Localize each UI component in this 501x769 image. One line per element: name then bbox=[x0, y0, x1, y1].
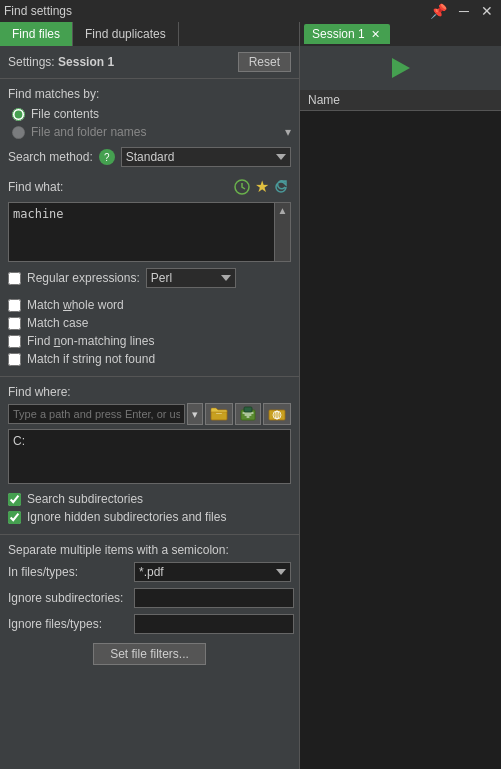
ignore-subdirs-input[interactable] bbox=[134, 588, 294, 608]
search-method-row: Search method: ? Standard Fast Thorough bbox=[0, 143, 299, 171]
settings-label: Settings: Session 1 bbox=[8, 55, 114, 69]
reset-button[interactable]: Reset bbox=[238, 52, 291, 72]
find-matches-label: Find matches by: bbox=[8, 87, 291, 101]
star-icon: ★ bbox=[255, 177, 269, 196]
checkbox-match-whole-word[interactable]: Match whole word bbox=[0, 296, 299, 314]
paths-list: C: bbox=[8, 429, 291, 484]
path-folder-btn[interactable] bbox=[205, 403, 233, 425]
checkbox-find-non-matching[interactable]: Find non-matching lines bbox=[0, 332, 299, 350]
separator-label: Separate multiple items with a semicolon… bbox=[0, 539, 299, 559]
scroll-up-icon: ▲ bbox=[278, 205, 288, 216]
help-button[interactable]: ? bbox=[99, 149, 115, 165]
svg-rect-4 bbox=[244, 407, 252, 412]
regex-checkbox[interactable] bbox=[8, 272, 21, 285]
search-method-label: Search method: bbox=[8, 150, 93, 164]
radio-file-folder-names[interactable]: File and folder names ▾ bbox=[12, 125, 291, 139]
history-button[interactable] bbox=[231, 176, 253, 198]
minimize-button[interactable]: ─ bbox=[455, 4, 473, 18]
play-area bbox=[300, 46, 501, 90]
clock-icon bbox=[233, 178, 251, 196]
in-files-select[interactable]: *.pdf bbox=[134, 562, 291, 582]
set-filters-button[interactable]: Set file filters... bbox=[93, 643, 206, 665]
filter-row-in-files: In files/types: *.pdf bbox=[0, 559, 299, 585]
find-matches-section: Find matches by: File contents File and … bbox=[0, 79, 299, 143]
radio-file-contents[interactable]: File contents bbox=[12, 107, 291, 121]
find-where-label: Find where: bbox=[8, 385, 71, 399]
filter-row-ignore-files: Ignore files/types: bbox=[0, 611, 299, 637]
left-panel: Find files Find duplicates Settings: Ses… bbox=[0, 22, 300, 769]
favorites-button[interactable]: ★ bbox=[253, 175, 271, 198]
session-tab-label: Session 1 bbox=[312, 27, 365, 41]
file-contents-label: File contents bbox=[31, 107, 99, 121]
path-filter-btn[interactable] bbox=[235, 403, 261, 425]
ignore-files-input[interactable] bbox=[134, 614, 294, 634]
network-icon bbox=[268, 406, 286, 422]
search-options-section: Search subdirectories Ignore hidden subd… bbox=[0, 486, 299, 530]
tab-find-files[interactable]: Find files bbox=[0, 22, 73, 46]
path-network-btn[interactable] bbox=[263, 403, 291, 425]
title-bar-controls: 📌 ─ ✕ bbox=[426, 4, 497, 18]
session-tab-bar: Session 1 ✕ bbox=[300, 22, 501, 46]
results-header: Name bbox=[300, 90, 501, 111]
results-name-column: Name bbox=[308, 93, 340, 107]
results-body bbox=[300, 111, 501, 769]
path-input[interactable] bbox=[8, 404, 185, 424]
pin-button[interactable]: 📌 bbox=[426, 4, 451, 18]
find-what-label: Find what: bbox=[8, 180, 231, 194]
folder-icon bbox=[210, 406, 228, 422]
close-button[interactable]: ✕ bbox=[477, 4, 497, 18]
session-close-button[interactable]: ✕ bbox=[369, 29, 382, 40]
divider-2 bbox=[0, 534, 299, 535]
play-button[interactable] bbox=[388, 54, 414, 82]
path-row: ▾ bbox=[8, 403, 291, 425]
match-case-label: Match case bbox=[27, 316, 88, 330]
session-tab[interactable]: Session 1 ✕ bbox=[304, 24, 390, 44]
checkbox-match-not-found[interactable]: Match if string not found bbox=[0, 350, 299, 368]
settings-row: Settings: Session 1 Reset bbox=[0, 46, 299, 79]
find-what-header: Find what: ★ bbox=[0, 171, 299, 200]
file-folder-dropdown-icon: ▾ bbox=[285, 125, 291, 139]
regex-row: Regular expressions: Perl POSIX Simple bbox=[0, 264, 299, 292]
ignore-subdirs-label: Ignore subdirectories: bbox=[8, 591, 128, 605]
divider-1 bbox=[0, 376, 299, 377]
tab-find-duplicates[interactable]: Find duplicates bbox=[73, 22, 179, 46]
refresh-button[interactable] bbox=[271, 177, 291, 197]
path-dropdown-btn[interactable]: ▾ bbox=[187, 403, 203, 425]
tabs: Find files Find duplicates bbox=[0, 22, 299, 46]
checkbox-match-case[interactable]: Match case bbox=[0, 314, 299, 332]
main-layout: Find files Find duplicates Settings: Ses… bbox=[0, 22, 501, 769]
filter-row-ignore-subdirs: Ignore subdirectories: bbox=[0, 585, 299, 611]
checkbox-ignore-hidden[interactable]: Ignore hidden subdirectories and files bbox=[0, 508, 299, 526]
title-bar: Find settings 📌 ─ ✕ bbox=[0, 0, 501, 22]
find-where-row: Find where: bbox=[0, 381, 299, 401]
play-triangle-icon bbox=[392, 58, 410, 78]
radio-group: File contents File and folder names ▾ bbox=[12, 107, 291, 139]
path-item-c: C: bbox=[13, 434, 286, 448]
ignore-hidden-label: Ignore hidden subdirectories and files bbox=[27, 510, 226, 524]
title-bar-text: Find settings bbox=[4, 4, 72, 18]
find-textarea-wrapper: machine ▲ bbox=[8, 202, 291, 262]
search-method-select[interactable]: Standard Fast Thorough bbox=[121, 147, 291, 167]
refresh-icon bbox=[273, 179, 289, 195]
regex-select[interactable]: Perl POSIX Simple bbox=[146, 268, 236, 288]
ignore-files-label: Ignore files/types: bbox=[8, 617, 128, 631]
textarea-scrollbar[interactable]: ▲ bbox=[275, 202, 291, 262]
match-whole-word-label: Match whole word bbox=[27, 298, 124, 312]
filter-icon bbox=[240, 406, 256, 422]
find-non-matching-label: Find non-matching lines bbox=[27, 334, 154, 348]
checkbox-search-subdirs[interactable]: Search subdirectories bbox=[0, 490, 299, 508]
in-files-label: In files/types: bbox=[8, 565, 128, 579]
regex-label: Regular expressions: bbox=[27, 271, 140, 285]
match-not-found-label: Match if string not found bbox=[27, 352, 155, 366]
checkboxes-section: Match whole word Match case Find non-mat… bbox=[0, 292, 299, 372]
search-subdirs-label: Search subdirectories bbox=[27, 492, 143, 506]
svg-rect-2 bbox=[216, 413, 222, 414]
right-panel: Session 1 ✕ Name bbox=[300, 22, 501, 769]
find-textarea[interactable]: machine bbox=[8, 202, 275, 262]
file-folder-names-label: File and folder names bbox=[31, 125, 146, 139]
